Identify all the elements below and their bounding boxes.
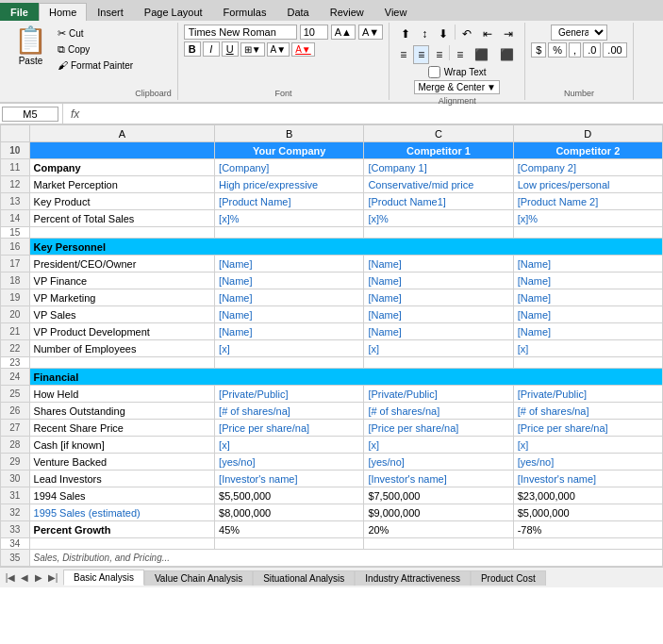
cell-c11[interactable]: [Company 1]	[364, 159, 513, 176]
cell-c21[interactable]: [Name]	[364, 323, 513, 340]
cell-a26[interactable]: Shares Outstanding	[29, 403, 215, 420]
cell-d20[interactable]: [Name]	[513, 306, 662, 323]
percent-button[interactable]: %	[548, 42, 567, 58]
cell-b28[interactable]: [x]	[215, 437, 364, 454]
italic-button[interactable]: I	[203, 41, 220, 57]
tab-next-button[interactable]: ▶	[32, 572, 45, 583]
cell-d21[interactable]: [Name]	[513, 323, 662, 340]
formulas-tab[interactable]: Formulas	[213, 3, 277, 21]
cell-b19[interactable]: [Name]	[215, 289, 364, 306]
cell-b30[interactable]: [Investor's name]	[215, 471, 364, 487]
cell-a13[interactable]: Key Product	[29, 193, 215, 210]
cell-c22[interactable]: [x]	[364, 340, 513, 357]
align-top-button[interactable]: ⬆	[396, 25, 415, 43]
wrap-text-checkbox[interactable]	[428, 66, 440, 78]
font-name-input[interactable]	[184, 25, 297, 40]
font-size-input[interactable]	[300, 25, 328, 40]
cell-a17[interactable]: President/CEO/Owner	[29, 256, 215, 272]
cell-a28[interactable]: Cash [if known]	[29, 437, 215, 454]
cell-a14[interactable]: Percent of Total Sales	[29, 210, 215, 227]
font-color-button[interactable]: A▼	[291, 42, 315, 57]
cell-c25[interactable]: [Private/Public]	[364, 386, 513, 403]
view-tab[interactable]: View	[374, 3, 418, 21]
cell-d13[interactable]: [Product Name 2]	[513, 193, 662, 210]
cell-d12[interactable]: Low prices/personal	[513, 176, 662, 193]
cell-a22[interactable]: Number of Employees	[29, 340, 215, 357]
cell-c17[interactable]: [Name]	[364, 256, 513, 272]
cell-b26[interactable]: [# of shares/na]	[215, 403, 364, 420]
cell-c33[interactable]: 20%	[364, 521, 513, 538]
align-middle-button[interactable]: ↕	[417, 25, 432, 43]
cell-b14[interactable]: [x]%	[215, 210, 364, 227]
cell-c14[interactable]: [x]%	[364, 210, 513, 227]
cell-b20[interactable]: [Name]	[215, 306, 364, 323]
cell-d14[interactable]: [x]%	[513, 210, 662, 227]
insert-tab[interactable]: Insert	[87, 3, 134, 21]
cell-c26[interactable]: [# of shares/na]	[364, 403, 513, 420]
cell-c18[interactable]: [Name]	[364, 272, 513, 289]
indent-decrease-button[interactable]: ⇤	[478, 25, 497, 43]
cell-b29[interactable]: [yes/no]	[215, 454, 364, 471]
cell-a33[interactable]: Percent Growth	[29, 521, 215, 538]
cell-a25[interactable]: How Held	[29, 386, 215, 403]
cell-b17[interactable]: [Name]	[215, 256, 364, 272]
fill-color-button[interactable]: A▼	[267, 42, 290, 57]
cell-d27[interactable]: [Price per share/na]	[513, 420, 662, 437]
cell-c20[interactable]: [Name]	[364, 306, 513, 323]
cell-b18[interactable]: [Name]	[215, 272, 364, 289]
paste-button[interactable]: 📋 Paste	[9, 25, 52, 69]
number-format-select[interactable]: General	[551, 25, 607, 41]
section-label-key-personnel[interactable]: Key Personnel	[29, 239, 662, 256]
cell-a32[interactable]: 1995 Sales (estimated)	[29, 504, 215, 521]
tab-last-button[interactable]: ▶|	[46, 572, 59, 583]
format-painter-button[interactable]: 🖌 Format Painter	[56, 58, 135, 72]
font-size-increase-button[interactable]: A▲	[331, 25, 356, 40]
col-header-b[interactable]: B	[215, 125, 364, 142]
cell-d10[interactable]: Competitor 2	[513, 142, 662, 159]
cell-d31[interactable]: $23,000,000	[513, 487, 662, 504]
tab-first-button[interactable]: |◀	[4, 572, 17, 583]
text-direction-button[interactable]: ↶	[457, 25, 476, 43]
data-tab[interactable]: Data	[276, 3, 319, 21]
cell-c28[interactable]: [x]	[364, 437, 513, 454]
cell-c13[interactable]: [Product Name1]	[364, 193, 513, 210]
col-header-c[interactable]: C	[364, 125, 513, 142]
cell-d32[interactable]: $5,000,000	[513, 504, 662, 521]
cell-a29[interactable]: Venture Backed	[29, 454, 215, 471]
cell-d25[interactable]: [Private/Public]	[513, 386, 662, 403]
decimal-increase-button[interactable]: .0	[583, 42, 601, 58]
cell-c32[interactable]: $9,000,000	[364, 504, 513, 521]
page-layout-tab[interactable]: Page Layout	[134, 3, 213, 21]
tab-prev-button[interactable]: ◀	[18, 572, 31, 583]
cell-a11[interactable]: Company	[29, 159, 215, 176]
cell-a20[interactable]: VP Sales	[29, 306, 215, 323]
align-left-button[interactable]: ≡	[395, 45, 411, 64]
align-col1-button[interactable]: ⬛	[470, 45, 493, 64]
cell-c10[interactable]: Competitor 1	[364, 142, 513, 159]
align-right-button[interactable]: ≡	[431, 45, 447, 64]
align-justify-button[interactable]: ≡	[452, 45, 468, 64]
cell-d33[interactable]: -78%	[513, 521, 662, 538]
cell-b22[interactable]: [x]	[215, 340, 364, 357]
font-size-decrease-button[interactable]: A▼	[358, 25, 383, 40]
merge-dropdown-icon[interactable]: ▼	[487, 82, 496, 92]
cell-b33[interactable]: 45%	[215, 521, 364, 538]
cell-d11[interactable]: [Company 2]	[513, 159, 662, 176]
cell-b13[interactable]: [Product Name]	[215, 193, 364, 210]
col-header-a[interactable]: A	[29, 125, 215, 142]
cell-b21[interactable]: [Name]	[215, 323, 364, 340]
align-col2-button[interactable]: ⬛	[495, 45, 519, 64]
border-button[interactable]: ⊞▼	[240, 42, 265, 57]
sheet-tab-product-cost[interactable]: Product Cost	[471, 570, 546, 586]
sheet-tab-situational[interactable]: Situational Analysis	[253, 570, 355, 586]
cell-a30[interactable]: Lead Investors	[29, 471, 215, 487]
align-center-button[interactable]: ≡	[413, 45, 429, 64]
cell-b32[interactable]: $8,000,000	[215, 504, 364, 521]
comma-button[interactable]: ,	[569, 42, 581, 58]
formula-input[interactable]	[83, 107, 661, 121]
cell-a19[interactable]: VP Marketing	[29, 289, 215, 306]
copy-button[interactable]: ⧉ Copy	[56, 42, 135, 57]
bold-button[interactable]: B	[184, 41, 201, 57]
section-label-financial[interactable]: Financial	[29, 369, 662, 386]
cell-c31[interactable]: $7,500,000	[364, 487, 513, 504]
